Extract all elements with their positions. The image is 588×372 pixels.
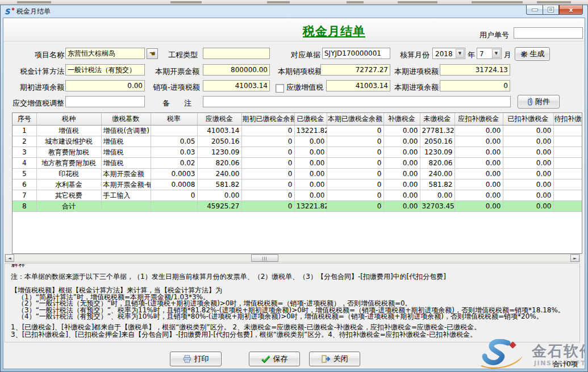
table-cell[interactable]: 0 [241,136,294,147]
year-select[interactable]: 2018 ▼ [432,48,465,59]
table-cell[interactable]: 6 [12,179,36,190]
table-cell[interactable] [553,147,582,158]
table-cell[interactable]: 0.00 [383,136,420,147]
table-row[interactable]: 3教育费附加税增值税0.031230.0900.0000.001230.090.… [12,147,582,158]
project-picker-button[interactable]: ☚ [147,48,158,59]
table-cell[interactable]: 合计 [36,201,101,212]
table-cell[interactable]: 581.82 [197,179,241,190]
table-cell[interactable]: 0 [327,179,383,190]
column-header[interactable]: 已扣补缴税金 [503,113,553,126]
table-cell[interactable]: 7 [12,190,36,201]
table-cell[interactable]: 0 [327,169,383,179]
column-header[interactable]: 序号 [12,113,36,126]
table-cell[interactable]: 820.06 [420,158,454,169]
invoice-amount-input[interactable] [203,64,270,76]
column-header[interactable]: 期初已缴税金余额 [241,113,294,126]
scrollbar-thumb[interactable] [251,254,278,262]
table-cell[interactable]: 41003.14 [197,126,241,136]
table-cell[interactable]: 0.00 [383,158,420,169]
table-cell[interactable]: 0.00 [454,158,503,169]
column-header[interactable]: 应缴税金 [197,113,241,126]
title-bar[interactable]: S 税金月结单 x [1,5,587,18]
output-minus-input-input[interactable] [203,80,270,91]
table-cell[interactable]: 2050.16 [197,136,241,147]
table-cell[interactable] [553,136,582,147]
table-cell[interactable]: 增值税(含调整) [101,126,151,136]
table-cell[interactable]: 0.02 [151,158,197,169]
table-cell[interactable]: 0 [241,201,294,212]
table-cell[interactable]: 0 [327,190,383,201]
table-row[interactable]: 7其它税费手工输入00.0000.0000.000.000.000.00 [12,190,582,201]
close-button[interactable]: x [559,5,583,15]
table-cell[interactable]: 0.00 [503,136,553,147]
vat-payable-input[interactable] [326,80,390,91]
table-cell[interactable]: 0.00 [294,136,327,147]
table-cell[interactable]: 城市建设维护税 [36,136,101,147]
table-cell[interactable]: 820.06 [197,158,241,169]
table-cell[interactable]: 0.00 [383,190,420,201]
table-cell[interactable] [553,190,582,201]
table-cell[interactable]: 27781.32 [420,126,454,136]
table-cell[interactable]: 0.00 [503,158,553,169]
table-cell[interactable]: 0.00 [197,190,241,201]
table-cell[interactable]: 5 [12,169,36,179]
output-tax-input[interactable] [320,64,390,76]
table-cell[interactable]: 0.05 [151,136,197,147]
table-row[interactable]: 4地方教育费附加税增值税0.02820.0600.0000.00820.060.… [12,158,582,169]
table-cell[interactable]: 0.00 [454,126,503,136]
table-cell[interactable]: 印花税 [36,169,101,179]
table-cell[interactable]: 0.00 [503,201,553,212]
table-cell[interactable]: 1230.09 [197,147,241,158]
table-cell[interactable]: 0.0003 [151,169,197,179]
table-cell[interactable] [553,158,582,169]
table-row[interactable]: 5印花税本期开票金额0.0003240.0000.0000.00240.000.… [12,169,582,179]
table-cell[interactable] [553,201,582,212]
table-cell[interactable] [553,179,582,190]
table-cell[interactable]: 0.00 [294,147,327,158]
begin-input-balance-input[interactable] [65,80,145,91]
table-cell[interactable] [151,201,197,212]
related-doc-input[interactable] [322,48,390,59]
column-header[interactable]: 未缴税金 [420,113,454,126]
remark-input[interactable] [203,96,511,107]
table-cell[interactable]: 0.00 [294,169,327,179]
table-cell[interactable]: 0.00 [503,179,553,190]
table-cell[interactable]: 0.0008 [151,179,197,190]
chevron-down-icon[interactable]: ▼ [492,49,501,58]
table-row[interactable]: 2城市建设维护税增值税0.052050.1600.0000.002050.160… [12,136,582,147]
table-cell[interactable] [151,126,197,136]
table-cell[interactable]: 0.00 [294,179,327,190]
column-header[interactable]: 待扣补缴税金 [553,113,582,126]
column-header[interactable]: 本期已缴税金余额 [327,113,383,126]
table-cell[interactable]: 8 [12,201,36,212]
table-cell[interactable]: 地方教育费附加税 [36,158,101,169]
table-cell[interactable]: 0.00 [454,169,503,179]
table-cell[interactable]: 0 [241,179,294,190]
table-cell[interactable]: 0.00 [503,147,553,158]
table-row[interactable]: 1增值税增值税(含调整)41003.14013221.8200.0027781.… [12,126,582,136]
table-cell[interactable]: 240.00 [420,169,454,179]
scroll-left-button[interactable]: ◄ [5,254,14,262]
table-cell[interactable]: 0 [151,190,197,201]
table-cell[interactable]: 0.00 [454,201,503,212]
table-cell[interactable]: 0.00 [503,190,553,201]
table-cell[interactable]: 2050.16 [420,136,454,147]
table-cell[interactable]: 1230.09 [420,147,454,158]
vat-adjust-input[interactable] [65,96,145,107]
table-cell[interactable]: 0.00 [454,136,503,147]
table-cell[interactable]: 0 [327,201,383,212]
column-header[interactable]: 应扣补缴税金 [454,113,503,126]
table-cell[interactable]: 0.00 [383,126,420,136]
attachment-button[interactable]: 附件 [518,95,560,108]
table-cell[interactable]: 本期开票金额-销 [101,179,151,190]
table-cell[interactable]: 0.00 [294,190,327,201]
table-cell[interactable]: 45925.27 [197,201,241,212]
scroll-right-button[interactable]: ► [570,254,579,262]
tax-calc-method-input[interactable] [65,64,145,76]
table-cell[interactable]: 其它税费 [36,190,101,201]
vat-payable-checkbox[interactable] [276,84,284,93]
table-cell[interactable]: 0 [241,158,294,169]
table-cell[interactable]: 0 [327,136,383,147]
table-cell[interactable]: 0.00 [383,147,420,158]
table-cell[interactable]: 增值税 [101,136,151,147]
